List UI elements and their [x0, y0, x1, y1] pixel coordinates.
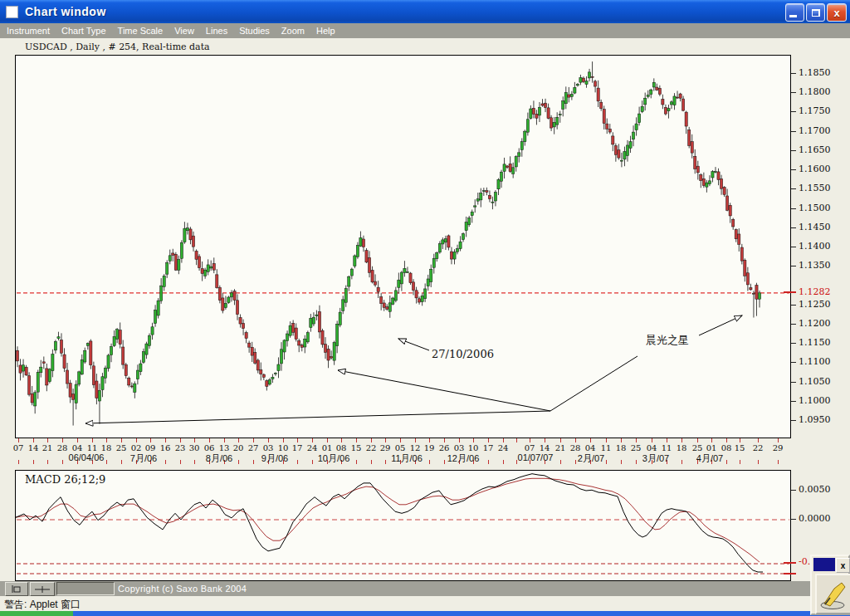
time-tick [778, 438, 779, 442]
time-tick [327, 438, 328, 442]
macd-axis-label: 0.0000 [799, 513, 831, 524]
restore-button[interactable] [806, 3, 825, 22]
time-tick-lower [503, 460, 504, 464]
day-label: 15 [349, 443, 364, 452]
day-label: 09 [143, 443, 158, 452]
day-label: 11 [659, 443, 674, 452]
menu-item-zoom[interactable]: Zoom [281, 26, 305, 36]
menu-bar: InstrumentChart TypeTime ScaleViewLinesS… [0, 23, 850, 38]
day-label: 11 [598, 443, 613, 452]
time-tick [92, 438, 93, 442]
time-tick [121, 438, 122, 442]
time-tick [667, 438, 667, 442]
price-tick [791, 150, 796, 151]
day-label: 17 [290, 443, 305, 452]
minimize-button[interactable] [785, 3, 804, 22]
price-tick [791, 131, 796, 132]
time-tick [726, 438, 727, 442]
time-tick-lower [371, 460, 372, 464]
price-axis-label: 1.1350 [799, 260, 831, 271]
day-label: 12 [408, 443, 423, 452]
menu-item-view[interactable]: View [174, 26, 194, 36]
month-label: 4月/07 [683, 452, 736, 465]
time-tick [545, 438, 545, 442]
price-axis-label: 1.1450 [799, 222, 831, 232]
time-tick [136, 438, 137, 442]
price-axis-label: 1.1100 [799, 356, 831, 367]
main-chart[interactable] [15, 55, 791, 438]
day-label: 04 [583, 443, 598, 452]
time-tick [473, 438, 474, 442]
time-tick-lower [758, 460, 759, 464]
macd-panel[interactable] [15, 470, 791, 581]
month-label: 01/07/07 [509, 452, 562, 462]
price-tick [791, 401, 796, 402]
time-tick-lower [740, 460, 740, 464]
start-button-edge[interactable] [0, 611, 73, 616]
day-label: 05 [393, 443, 408, 452]
time-tick [711, 438, 712, 442]
floating-window-close-button[interactable]: x [836, 558, 850, 573]
time-tick [590, 438, 591, 442]
restore-icon [812, 9, 820, 17]
day-label: 16 [158, 443, 173, 452]
floating-tool-window[interactable]: x [810, 555, 850, 615]
floating-window-titlebar[interactable] [813, 558, 835, 571]
price-axis-label: 1.1500 [799, 203, 831, 213]
day-label: 01 [704, 443, 719, 452]
annotate-tool-button[interactable] [815, 574, 850, 614]
time-tick [150, 438, 151, 442]
day-label: 20 [231, 443, 246, 452]
pin-tool-button[interactable] [5, 582, 28, 596]
month-label: 2月/07 [564, 452, 618, 465]
day-label: 24 [496, 443, 510, 452]
menu-item-lines[interactable]: Lines [206, 26, 227, 36]
day-label: 13 [217, 443, 232, 452]
menu-item-chart-type[interactable]: Chart Type [61, 26, 106, 36]
price-axis-label: 1.1050 [799, 376, 831, 387]
chart-header: USDCAD , Daily , # 254, Real-time data [25, 42, 210, 52]
month-label: 3月/07 [629, 452, 682, 465]
day-label: 04 [70, 443, 85, 452]
day-label: 07 [11, 443, 26, 452]
close-button[interactable]: x [827, 3, 847, 22]
hand-drawing-icon [819, 579, 848, 610]
time-tick [268, 438, 269, 442]
time-tick-lower [33, 460, 34, 464]
day-label: 24 [305, 443, 320, 452]
price-tick [791, 420, 796, 421]
day-label: 18 [99, 443, 114, 452]
taskbar-strip[interactable] [0, 611, 850, 616]
day-label: 30 [187, 443, 202, 452]
minimize-icon [789, 15, 797, 17]
time-tick [415, 438, 416, 442]
title-bar[interactable]: Chart window x [0, 0, 850, 23]
day-label: 22 [750, 443, 765, 452]
day-label: 14 [537, 443, 552, 452]
day-label: 17 [481, 443, 496, 452]
menu-item-instrument[interactable]: Instrument [7, 26, 50, 36]
price-tick [791, 92, 796, 93]
time-tick [606, 438, 607, 442]
price-axis-label: 1.0950 [799, 414, 831, 425]
time-tick [459, 438, 460, 442]
day-label: 26 [437, 443, 452, 452]
time-tick [371, 438, 372, 442]
time-tick [224, 438, 225, 442]
menu-item-time-scale[interactable]: Time Scale [118, 26, 164, 36]
horizontal-line-tool-button[interactable] [30, 582, 55, 596]
macd-tick [791, 519, 796, 520]
window-icon [6, 6, 18, 18]
menu-item-help[interactable]: Help [316, 26, 335, 36]
toolbar-field[interactable] [56, 582, 115, 595]
month-label: 12月/06 [437, 452, 490, 465]
menu-item-studies[interactable]: Studies [239, 26, 270, 36]
copyright-text: Copyright (c) Saxo Bank 2004 [118, 584, 247, 594]
month-label: 06/04/06 [60, 452, 113, 462]
price-axis-label: 1.1150 [799, 337, 831, 348]
time-tick [385, 438, 386, 442]
time-tick [636, 438, 637, 442]
time-tick [62, 438, 63, 442]
price-axis-label: 1.1600 [799, 164, 831, 174]
time-tick [400, 438, 401, 442]
